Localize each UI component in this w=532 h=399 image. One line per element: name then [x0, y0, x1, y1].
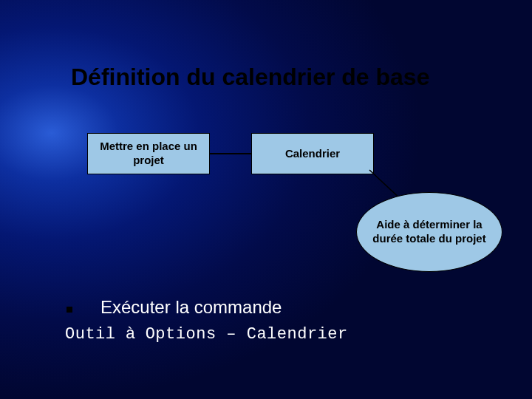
bullet-text: Exécuter la commande [100, 297, 282, 318]
slide-title: Définition du calendrier de base [71, 64, 429, 91]
connector-line [210, 153, 251, 154]
box-project-setup: Mettre en place un projet [87, 133, 210, 174]
box-calendar: Calendrier [251, 133, 374, 174]
box-project-setup-label: Mettre en place un projet [92, 140, 205, 168]
box-calendar-label: Calendrier [285, 147, 340, 161]
command-part2: Options – Calendrier [135, 325, 348, 344]
arrow-icon: à [126, 324, 135, 342]
bullet-row: Exécuter la commande [66, 297, 282, 318]
callout-bubble: Aide à déterminer la durée totale du pro… [356, 192, 502, 272]
command-line: Outil à Options – Calendrier [65, 324, 348, 344]
callout-text: Aide à déterminer la durée totale du pro… [370, 218, 488, 246]
command-part1: Outil [65, 325, 126, 344]
slide: Définition du calendrier de base Mettre … [0, 0, 532, 399]
bullet-icon [66, 307, 72, 313]
